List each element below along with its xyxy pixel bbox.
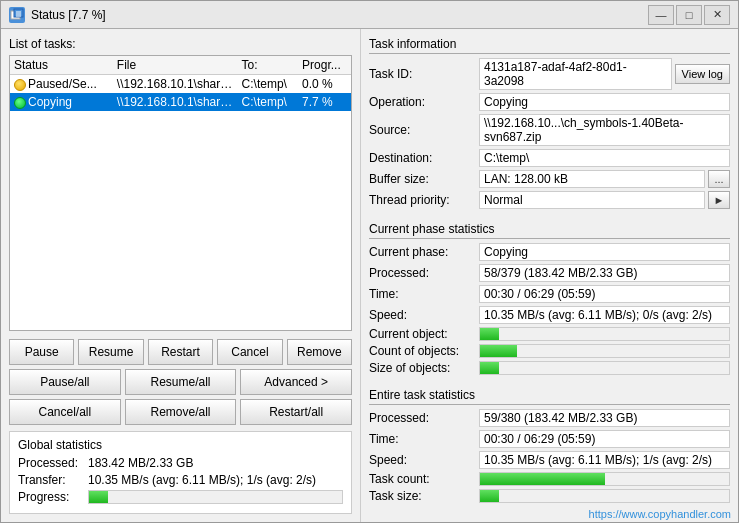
global-progress-bar <box>88 490 343 504</box>
entire-time-row: Time: 00:30 / 06:29 (05:59) <box>369 430 730 448</box>
operation-label: Operation: <box>369 95 479 109</box>
advanced-button[interactable]: Advanced > <box>240 369 352 395</box>
global-transfer-row: Transfer: 10.35 MB/s (avg: 6.11 MB/s); 1… <box>18 473 343 487</box>
status-indicator <box>14 97 26 109</box>
destination-value: C:\temp\ <box>479 149 730 167</box>
task-status-cell: Copying <box>10 93 113 111</box>
global-processed-row: Processed: 183.42 MB/2.33 GB <box>18 456 343 470</box>
task-file-cell: \\192.168.10.1\share... <box>113 75 238 94</box>
thread-priority-arrow-button[interactable]: ► <box>708 191 730 209</box>
current-phase-value: Copying <box>479 243 730 261</box>
task-info-title: Task information <box>369 37 730 54</box>
window-title: Status [7.7 %] <box>31 8 106 22</box>
size-objects-row: Size of objects: <box>369 361 730 375</box>
restart-all-button[interactable]: Restart/all <box>240 399 352 425</box>
col-file: File <box>113 56 238 75</box>
buffer-size-group: LAN: 128.00 kB ... <box>479 170 730 188</box>
pause-all-button[interactable]: Pause/all <box>9 369 121 395</box>
task-to-cell: C:\temp\ <box>238 75 298 94</box>
current-object-row: Current object: <box>369 327 730 341</box>
cancel-all-button[interactable]: Cancel/all <box>9 399 121 425</box>
resume-button[interactable]: Resume <box>78 339 143 365</box>
thread-priority-group: Normal ► <box>479 191 730 209</box>
task-status-cell: Paused/Se... <box>10 75 113 94</box>
phase-time-row: Time: 00:30 / 06:29 (05:59) <box>369 285 730 303</box>
size-objects-bar <box>479 361 730 375</box>
thread-priority-label: Thread priority: <box>369 193 479 207</box>
entire-task-title: Entire task statistics <box>369 388 730 405</box>
status-indicator <box>14 79 26 91</box>
restart-button[interactable]: Restart <box>148 339 213 365</box>
global-transfer-label: Transfer: <box>18 473 88 487</box>
task-info-section: Task information Task ID: 4131a187-adaf-… <box>369 37 730 212</box>
task-progress-cell: 0.0 % <box>298 75 351 94</box>
task-count-row: Task count: <box>369 472 730 486</box>
table-row[interactable]: Copying\\192.168.10.1\share...C:\temp\7.… <box>10 93 351 111</box>
task-size-bar <box>479 489 730 503</box>
phase-processed-label: Processed: <box>369 266 479 280</box>
title-bar: Status [7.7 %] — □ ✕ <box>1 1 738 29</box>
current-phase-section: Current phase statistics Current phase: … <box>369 222 730 378</box>
close-button[interactable]: ✕ <box>704 5 730 25</box>
entire-speed-value: 10.35 MB/s (avg: 6.11 MB/s); 1/s (avg: 2… <box>479 451 730 469</box>
global-stats-title: Global statistics <box>18 438 343 452</box>
global-progress-fill <box>89 491 108 503</box>
task-count-label: Task count: <box>369 472 479 486</box>
task-list-box[interactable]: Status File To: Progr... Paused/Se...\\1… <box>9 55 352 331</box>
button-row-2: Pause/all Resume/all Advanced > <box>9 369 352 395</box>
col-to: To: <box>238 56 298 75</box>
phase-speed-value: 10.35 MB/s (avg: 6.11 MB/s); 0/s (avg: 2… <box>479 306 730 324</box>
task-table: Status File To: Progr... Paused/Se...\\1… <box>10 56 351 111</box>
size-objects-label: Size of objects: <box>369 361 479 375</box>
resume-all-button[interactable]: Resume/all <box>125 369 237 395</box>
task-size-label: Task size: <box>369 489 479 503</box>
main-content: List of tasks: Status File To: Progr... … <box>1 29 738 522</box>
current-phase-row: Current phase: Copying <box>369 243 730 261</box>
remove-button[interactable]: Remove <box>287 339 352 365</box>
destination-label: Destination: <box>369 151 479 165</box>
left-panel: List of tasks: Status File To: Progr... … <box>1 29 361 522</box>
remove-all-button[interactable]: Remove/all <box>125 399 237 425</box>
table-row[interactable]: Paused/Se...\\192.168.10.1\share...C:\te… <box>10 75 351 94</box>
entire-processed-row: Processed: 59/380 (183.42 MB/2.33 GB) <box>369 409 730 427</box>
phase-speed-row: Speed: 10.35 MB/s (avg: 6.11 MB/s); 0/s … <box>369 306 730 324</box>
current-phase-label: Current phase: <box>369 245 479 259</box>
buffer-dots-button[interactable]: ... <box>708 170 730 188</box>
task-file-cell: \\192.168.10.1\share... <box>113 93 238 111</box>
task-count-fill <box>480 473 605 485</box>
view-log-button[interactable]: View log <box>675 64 730 84</box>
thread-priority-value: Normal <box>479 191 705 209</box>
count-objects-bar <box>479 344 730 358</box>
task-count-bar <box>479 472 730 486</box>
current-phase-title: Current phase statistics <box>369 222 730 239</box>
count-objects-fill <box>480 345 517 357</box>
main-window: Status [7.7 %] — □ ✕ List of tasks: Stat… <box>0 0 739 523</box>
source-label: Source: <box>369 123 479 137</box>
minimize-button[interactable]: — <box>648 5 674 25</box>
cancel-button[interactable]: Cancel <box>217 339 282 365</box>
app-icon <box>9 7 25 23</box>
task-id-row: Task ID: 4131a187-adaf-4af2-80d1-3a2098 … <box>369 58 730 90</box>
global-processed-value: 183.42 MB/2.33 GB <box>88 456 343 470</box>
destination-row: Destination: C:\temp\ <box>369 149 730 167</box>
col-progress: Progr... <box>298 56 351 75</box>
task-size-row: Task size: <box>369 489 730 503</box>
entire-time-label: Time: <box>369 432 479 446</box>
task-id-label: Task ID: <box>369 67 479 81</box>
source-value: \\192.168.10...\ch_symbols-1.40Beta-svn6… <box>479 114 730 146</box>
phase-speed-label: Speed: <box>369 308 479 322</box>
entire-time-value: 00:30 / 06:29 (05:59) <box>479 430 730 448</box>
global-transfer-value: 10.35 MB/s (avg: 6.11 MB/s); 1/s (avg: 2… <box>88 473 343 487</box>
current-object-label: Current object: <box>369 327 479 341</box>
global-stats: Global statistics Processed: 183.42 MB/2… <box>9 431 352 514</box>
buffer-size-row: Buffer size: LAN: 128.00 kB ... <box>369 170 730 188</box>
count-objects-label: Count of objects: <box>369 344 479 358</box>
task-size-fill <box>480 490 499 502</box>
global-progress-row: Progress: <box>18 490 343 504</box>
maximize-button[interactable]: □ <box>676 5 702 25</box>
entire-task-section: Entire task statistics Processed: 59/380… <box>369 388 730 506</box>
tasks-label: List of tasks: <box>9 37 352 51</box>
pause-button[interactable]: Pause <box>9 339 74 365</box>
task-id-value-group: 4131a187-adaf-4af2-80d1-3a2098 View log <box>479 58 730 90</box>
button-row-1: Pause Resume Restart Cancel Remove <box>9 339 352 365</box>
